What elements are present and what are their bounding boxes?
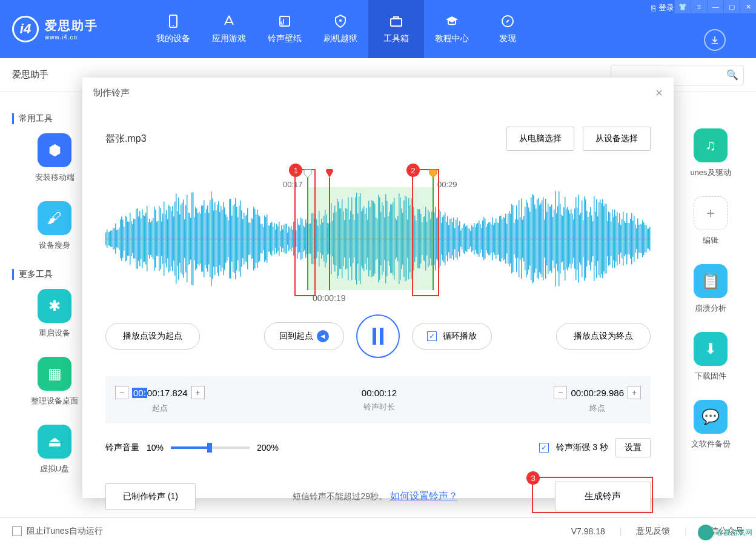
compass-icon bbox=[500, 14, 515, 28]
select-from-device-button[interactable]: 从设备选择 bbox=[583, 127, 651, 151]
tool-label: 编辑 bbox=[703, 235, 718, 246]
tool-label: 设备瘦身 bbox=[39, 240, 70, 251]
nav-discover[interactable]: 发现 bbox=[480, 0, 536, 58]
end-time-label: 00:29 bbox=[437, 180, 457, 189]
fade-label: 铃声渐强 3 秒 bbox=[556, 442, 608, 453]
checkbox-icon: ✓ bbox=[427, 331, 437, 341]
waveform-area[interactable]: 1 2 00:17 00:29 00:00:19 bbox=[105, 169, 651, 296]
tool-label: 崩溃分析 bbox=[695, 303, 726, 314]
watermark: 春蚕游戏网 bbox=[698, 525, 752, 540]
made-ringtones-button[interactable]: 已制作铃声 (1) bbox=[105, 483, 196, 510]
tool-label: 下载固件 bbox=[695, 371, 726, 382]
tool-label: unes及驱动 bbox=[690, 167, 731, 178]
feedback-link[interactable]: 意见反馈 bbox=[636, 526, 670, 537]
select-from-pc-button[interactable]: 从电脑选择 bbox=[506, 127, 574, 151]
loop-checkbox[interactable]: ✓ 循环播放 bbox=[412, 323, 492, 350]
start-handle-icon[interactable] bbox=[303, 169, 312, 177]
nav-ringtones[interactable]: 铃声壁纸 bbox=[257, 0, 313, 58]
tool-label: 重启设备 bbox=[39, 328, 70, 339]
volume-max: 200% bbox=[257, 443, 279, 453]
toolbox-icon bbox=[389, 14, 403, 28]
end-handle-icon[interactable] bbox=[429, 169, 437, 177]
login-label: 登录 bbox=[658, 2, 674, 13]
start-prefix: 00: bbox=[132, 388, 147, 398]
appstore-icon bbox=[222, 14, 236, 28]
maximize-button[interactable]: ▢ bbox=[724, 0, 740, 13]
plus-icon: + bbox=[694, 196, 728, 230]
graduation-icon bbox=[445, 14, 459, 28]
nav-toolbox[interactable]: 工具箱 bbox=[368, 0, 424, 58]
nav-apps[interactable]: 应用游戏 bbox=[201, 0, 257, 58]
start-marker[interactable]: 00:17 bbox=[307, 169, 308, 290]
download-icon[interactable] bbox=[704, 29, 726, 51]
svg-point-1 bbox=[173, 25, 174, 26]
login-link[interactable]: ⎘ 登录 bbox=[651, 2, 674, 13]
duration-value: 00:00:12 bbox=[362, 388, 397, 398]
start-decrement-button[interactable]: − bbox=[115, 386, 128, 399]
end-decrement-button[interactable]: − bbox=[554, 386, 567, 399]
logo-url: www.i4.cn bbox=[45, 34, 98, 41]
chat-icon: 💬 bbox=[694, 400, 728, 434]
phone-icon bbox=[166, 14, 181, 28]
start-value[interactable]: 00:17.824 bbox=[147, 388, 188, 398]
playhead-marker[interactable] bbox=[329, 169, 330, 290]
watermark-icon bbox=[698, 525, 714, 540]
pause-button[interactable] bbox=[356, 314, 400, 358]
nav-tutorials[interactable]: 教程中心 bbox=[424, 0, 480, 58]
tab[interactable]: 爱思助手 bbox=[12, 69, 48, 81]
tool-label: 整理设备桌面 bbox=[31, 396, 78, 406]
duration-label: 铃声时长 bbox=[362, 402, 397, 413]
mobile-icon: ⬢ bbox=[38, 133, 71, 167]
nav-label: 应用游戏 bbox=[212, 33, 246, 44]
nav-label: 我的设备 bbox=[156, 33, 190, 44]
restart-icon: ✱ bbox=[38, 289, 71, 323]
tool-itunes[interactable]: ♫ unes及驱动 bbox=[677, 128, 744, 178]
start-time-label: 00:17 bbox=[283, 180, 303, 189]
back-to-start-button[interactable]: 回到起点 ◄ bbox=[279, 330, 329, 342]
end-time-cell: − 00:00:29.986 + 终点 bbox=[554, 386, 641, 414]
tool-edit[interactable]: + 编辑 bbox=[677, 196, 744, 246]
end-increment-button[interactable]: + bbox=[628, 386, 641, 399]
block-itunes-checkbox[interactable] bbox=[12, 526, 22, 536]
right-tools: ♫ unes及驱动 + 编辑 📋 崩溃分析 ⬇ 下载固件 💬 文软件备份 bbox=[677, 128, 744, 468]
tool-label: 虚拟U盘 bbox=[40, 463, 69, 474]
minimize-button[interactable]: — bbox=[708, 0, 723, 13]
fade-checkbox[interactable]: ✓ bbox=[539, 443, 549, 453]
start-increment-button[interactable]: + bbox=[191, 386, 205, 399]
tool-firmware[interactable]: ⬇ 下载固件 bbox=[677, 332, 744, 382]
nav-jailbreak[interactable]: 刷机越狱 bbox=[313, 0, 368, 58]
annotation-badge-3: 3 bbox=[526, 471, 540, 485]
hint-link[interactable]: 如何设置铃声？ bbox=[390, 491, 458, 501]
close-icon[interactable]: × bbox=[655, 86, 663, 100]
search-icon[interactable]: 🔍 bbox=[726, 69, 738, 81]
set-end-button[interactable]: 播放点设为终点 bbox=[556, 323, 651, 350]
svg-point-3 bbox=[339, 19, 342, 22]
end-marker[interactable]: 00:29 bbox=[433, 169, 434, 290]
playhead-icon[interactable] bbox=[325, 169, 334, 177]
slider-thumb[interactable] bbox=[207, 443, 212, 453]
set-start-button[interactable]: 播放点设为起点 bbox=[105, 323, 200, 350]
nav-my-device[interactable]: 我的设备 bbox=[145, 0, 201, 58]
back-label: 回到起点 bbox=[279, 331, 313, 342]
nav-label: 刷机越狱 bbox=[323, 33, 357, 44]
annotation-box-3: 3 bbox=[532, 477, 653, 513]
shield-icon bbox=[333, 14, 348, 28]
volume-slider[interactable] bbox=[171, 446, 250, 449]
close-button[interactable]: ✕ bbox=[740, 0, 756, 13]
hint-text: 短信铃声不能超过29秒。 bbox=[293, 491, 387, 501]
fade-settings-button[interactable]: 设置 bbox=[615, 438, 651, 457]
menu-button[interactable]: ≡ bbox=[691, 0, 707, 13]
grid-icon: ▦ bbox=[38, 357, 71, 391]
block-itunes-label: 阻止iTunes自动运行 bbox=[27, 526, 103, 537]
tool-backup[interactable]: 💬 文软件备份 bbox=[677, 400, 744, 449]
start-time-cell: − 00:00:17.824 + 起点 bbox=[115, 386, 205, 414]
nav-label: 工具箱 bbox=[383, 33, 409, 44]
tool-label: 安装移动端 bbox=[35, 172, 75, 183]
filename: 嚣张.mp3 bbox=[105, 133, 147, 145]
logo[interactable]: i4 爱思助手 www.i4.cn bbox=[0, 16, 145, 42]
end-value[interactable]: 00:00:29.986 bbox=[571, 388, 624, 398]
tool-crash[interactable]: 📋 崩溃分析 bbox=[677, 264, 744, 314]
skin-button[interactable]: 👕 bbox=[675, 0, 691, 13]
volume-min: 10% bbox=[147, 443, 164, 453]
start-label: 起点 bbox=[115, 403, 205, 414]
